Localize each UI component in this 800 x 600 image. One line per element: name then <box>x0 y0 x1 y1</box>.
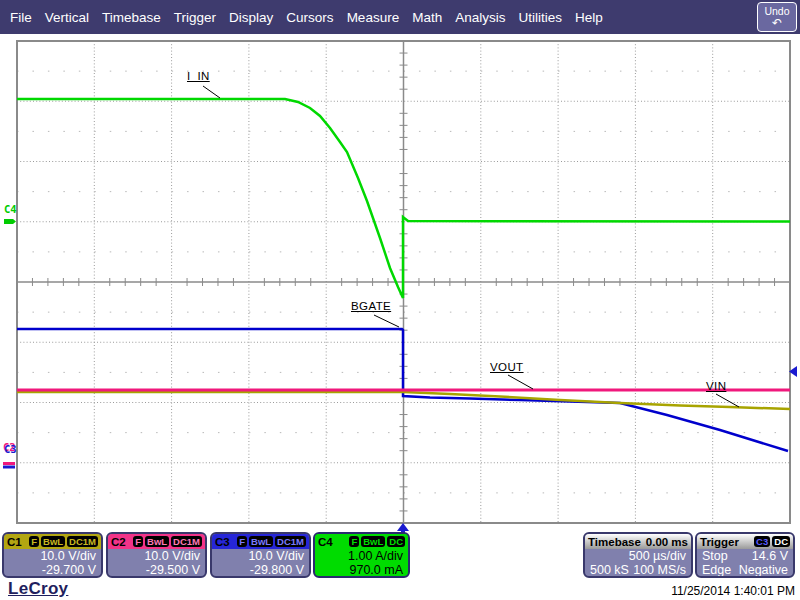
timebase-delay: 0.00 ms <box>646 536 688 548</box>
menu-utilities[interactable]: Utilities <box>518 10 562 25</box>
menu-measure[interactable]: Measure <box>347 10 400 25</box>
c3-offset: -29.800 V <box>250 563 304 577</box>
c3-scale: 10.0 V/div <box>248 549 304 563</box>
channel-c3-descriptor[interactable]: C3 F BwL DC1M 10.0 V/div -29.800 V <box>210 532 311 578</box>
c2-badge-bwl: BwL <box>145 536 169 547</box>
timebase-descriptor[interactable]: Timebase 0.00 ms 500 µs/div 500 kS 100 M… <box>583 532 693 578</box>
c4-scale: 1.00 A/div <box>348 549 403 563</box>
menu-analysis[interactable]: Analysis <box>455 10 505 25</box>
c4-marker-label: C4 <box>4 203 17 215</box>
c4-badge-f: F <box>349 536 359 547</box>
trigger-coupling-badge: DC <box>772 536 790 547</box>
label-vin: VIN <box>706 380 726 392</box>
timebase-per-div: 500 µs/div <box>629 549 686 563</box>
lecroy-logo: LeCroy <box>8 579 68 599</box>
label-iin: I_IN <box>187 70 210 82</box>
c2-offset-marker[interactable] <box>3 462 15 465</box>
menu-help[interactable]: Help <box>575 10 603 25</box>
waveform-display-area[interactable] <box>17 41 790 523</box>
trigger-mode: Stop <box>702 549 728 563</box>
channel-c1-descriptor[interactable]: C1 F BwL DC1M 10.0 V/div -29.700 V <box>2 532 103 578</box>
c2-id: C2 <box>111 536 126 548</box>
c3-badge-dc1m: DC1M <box>275 536 306 547</box>
c3-badge-bwl: BwL <box>249 536 273 547</box>
trigger-level-marker[interactable] <box>789 366 797 377</box>
c4-badge-bwl: BwL <box>361 536 385 547</box>
menu-trigger[interactable]: Trigger <box>174 10 216 25</box>
menu-file[interactable]: File <box>10 10 32 25</box>
c4-offset: 970.0 mA <box>349 563 403 577</box>
c3-marker-label: C3 <box>4 443 17 455</box>
c4-id: C4 <box>318 536 333 548</box>
timebase-samples: 500 kS <box>590 563 629 577</box>
trigger-slope: Negative <box>739 563 788 577</box>
undo-button[interactable]: Undo ↶ <box>757 2 797 32</box>
menu-vertical[interactable]: Vertical <box>45 10 89 25</box>
c3-badge-f: F <box>237 536 247 547</box>
c1-badge-dc1m: DC1M <box>67 536 98 547</box>
channel-c2-descriptor[interactable]: C2 F BwL DC1M 10.0 V/div -29.500 V <box>106 532 207 578</box>
c1-offset: -29.700 V <box>42 563 96 577</box>
menu-display[interactable]: Display <box>229 10 273 25</box>
undo-icon: ↶ <box>758 18 796 29</box>
timebase-rate: 100 MS/s <box>633 563 686 577</box>
c1-badge-f: F <box>29 536 39 547</box>
c4-offset-marker[interactable] <box>4 219 16 224</box>
c2-badge-f: F <box>133 536 143 547</box>
menu-timebase[interactable]: Timebase <box>102 10 161 25</box>
c1-badge-bwl: BwL <box>41 536 65 547</box>
channel-c4-descriptor[interactable]: C4 F BwL DC 1.00 A/div 970.0 mA <box>313 532 410 578</box>
c2-scale: 10.0 V/div <box>144 549 200 563</box>
c3-id: C3 <box>215 536 230 548</box>
trigger-descriptor[interactable]: Trigger C3 DC Stop 14.6 V Edge Negative <box>695 532 795 578</box>
menu-cursors[interactable]: Cursors <box>286 10 333 25</box>
menu-bar: File Vertical Timebase Trigger Display C… <box>0 0 800 34</box>
c4-badge-dc: DC <box>387 536 405 547</box>
trigger-type: Edge <box>702 563 731 577</box>
label-vout: VOUT <box>490 361 524 373</box>
trigger-time-marker[interactable] <box>397 523 409 531</box>
menu-math[interactable]: Math <box>412 10 442 25</box>
c2-offset: -29.500 V <box>146 563 200 577</box>
oscilloscope-app: File Vertical Timebase Trigger Display C… <box>0 0 800 600</box>
c1-id: C1 <box>7 536 22 548</box>
trigger-level: 14.6 V <box>752 549 788 563</box>
trigger-source-badge: C3 <box>754 536 770 547</box>
label-bgate: BGATE <box>351 300 391 312</box>
c1-scale: 10.0 V/div <box>40 549 96 563</box>
datetime-display: 11/25/2014 1:40:01 PM <box>671 584 795 598</box>
timebase-title: Timebase <box>588 536 641 548</box>
c3-offset-marker[interactable] <box>3 466 15 469</box>
c2-badge-dc1m: DC1M <box>171 536 202 547</box>
trigger-title: Trigger <box>700 536 739 548</box>
